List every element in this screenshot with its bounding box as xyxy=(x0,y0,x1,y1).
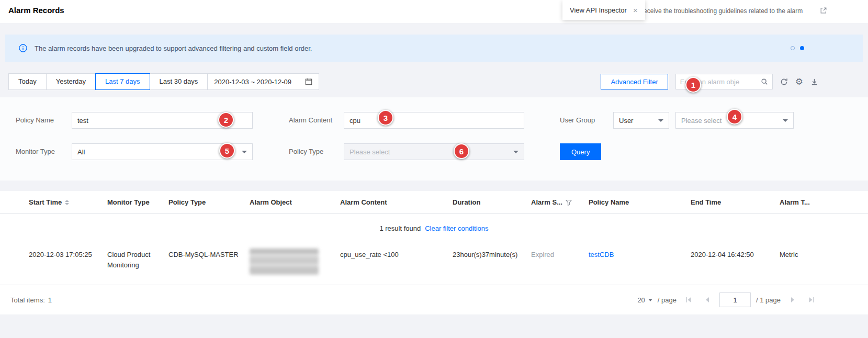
pagination-first-icon[interactable] xyxy=(682,293,695,307)
info-icon xyxy=(19,44,27,52)
top-bar: Alarm Records View API Inspector × eceiv… xyxy=(0,0,868,23)
alarm-content-label: Alarm Content xyxy=(289,112,332,129)
chevron-down-icon xyxy=(658,119,663,122)
column-policy-name: Policy Name xyxy=(589,198,691,206)
result-summary-bar: 1 result found Clear filter conditions xyxy=(0,214,868,242)
policy-type-select[interactable]: Please select xyxy=(344,143,524,160)
annotation-badge-3: 3 xyxy=(378,110,393,126)
table-footer: Total items: 1 20 / page / 1 page xyxy=(0,285,868,314)
page-title: Alarm Records xyxy=(8,6,64,15)
cell-alarm-type: Metric xyxy=(780,250,816,260)
page-number-input[interactable] xyxy=(719,292,751,307)
chevron-down-icon xyxy=(513,151,518,153)
close-icon[interactable]: × xyxy=(633,6,638,15)
chevron-down-icon xyxy=(783,119,788,122)
tab-yesterday[interactable]: Yesterday xyxy=(46,73,96,90)
table-toolbar: Advanced Filter ⚙ xyxy=(601,74,818,89)
cell-monitor-type: Cloud Product Monitoring xyxy=(107,250,168,270)
cell-policy-type: CDB-MySQL-MASTER xyxy=(168,250,250,260)
filter-row-2: Monitor Type All Policy Type Please sele… xyxy=(0,143,868,160)
settings-gear-icon[interactable]: ⚙ xyxy=(795,77,803,86)
download-icon[interactable] xyxy=(810,78,818,86)
date-filter-row: Today Yesterday Last 7 days Last 30 days… xyxy=(8,73,868,90)
column-start-time: Start Time xyxy=(29,198,107,206)
policy-type-placeholder: Please select xyxy=(350,148,390,156)
pagination-next-icon[interactable] xyxy=(786,293,799,307)
alarm-object-redacted xyxy=(250,249,319,275)
alarm-content-input[interactable] xyxy=(344,112,524,129)
annotation-badge-5: 5 xyxy=(219,143,235,159)
tab-last-7-days[interactable]: Last 7 days xyxy=(95,73,150,90)
cell-alarm-object xyxy=(250,250,340,275)
cell-alarm-content: cpu_use_rate <100 xyxy=(340,250,453,260)
column-end-time: End Time xyxy=(691,198,780,206)
annotation-badge-6: 6 xyxy=(454,143,469,159)
monitor-type-value: All xyxy=(77,148,85,156)
user-group-select-value: Please select xyxy=(681,117,722,125)
monitor-type-label: Monitor Type xyxy=(16,143,55,160)
carousel-dot-2[interactable] xyxy=(800,46,804,50)
cell-end-time: 2020-12-04 16:42:50 xyxy=(691,250,780,260)
table-row[interactable]: 2020-12-03 17:05:25 Cloud Product Monito… xyxy=(0,242,868,285)
result-count: 1 result found xyxy=(379,224,421,232)
column-monitor-type: Monitor Type xyxy=(107,198,168,206)
chevron-down-icon xyxy=(648,299,652,301)
date-range-tabs: Today Yesterday Last 7 days Last 30 days… xyxy=(8,73,319,90)
pagination: 20 / page / 1 page xyxy=(637,292,818,307)
refresh-icon[interactable] xyxy=(780,78,788,86)
date-range-picker[interactable]: 2020-12-03 ~ 2020-12-09 xyxy=(207,73,319,90)
troubleshooting-note: eceive the troubleshooting guidelines re… xyxy=(644,7,816,15)
total-items-label: Total items: xyxy=(10,296,45,304)
column-duration: Duration xyxy=(453,198,531,206)
query-button[interactable]: Query xyxy=(560,143,601,160)
cell-duration: 23hour(s)37minute(s) xyxy=(453,250,531,260)
cell-alarm-status: Expired xyxy=(531,250,589,260)
column-alarm-type: Alarm T... xyxy=(780,198,816,206)
policy-name-label: Policy Name xyxy=(16,112,54,129)
total-items-value: 1 xyxy=(48,296,52,304)
annotation-badge-1: 1 xyxy=(685,77,701,93)
external-link-icon[interactable] xyxy=(820,7,827,14)
page-count-label: / 1 page xyxy=(756,296,781,304)
column-alarm-status: Alarm S... xyxy=(531,198,589,206)
pagination-last-icon[interactable] xyxy=(805,293,818,307)
column-policy-type: Policy Type xyxy=(168,198,250,206)
api-inspector-label[interactable]: View API Inspector xyxy=(570,6,627,14)
policy-type-label: Policy Type xyxy=(289,143,323,160)
filter-funnel-icon[interactable] xyxy=(566,199,572,206)
policy-name-link[interactable]: testCDB xyxy=(589,251,614,258)
upgrade-banner: The alarm records have been upgraded to … xyxy=(5,35,863,62)
clear-filter-link[interactable]: Clear filter conditions xyxy=(425,224,488,232)
per-page-label: / page xyxy=(658,296,677,304)
date-range-text: 2020-12-03 ~ 2020-12-09 xyxy=(214,78,291,86)
user-group-type-select[interactable]: User xyxy=(613,112,669,129)
chevron-down-icon xyxy=(242,151,247,153)
banner-carousel-dots xyxy=(791,46,804,50)
pagination-prev-icon[interactable] xyxy=(701,293,714,307)
annotation-badge-2: 2 xyxy=(218,112,234,128)
table-header-row: Start Time Monitor Type Policy Type Alar… xyxy=(0,191,868,214)
user-group-label: User Group xyxy=(560,112,595,129)
total-items: Total items: 1 xyxy=(10,296,52,304)
cell-start-time: 2020-12-03 17:05:25 xyxy=(29,250,107,260)
column-alarm-content: Alarm Content xyxy=(340,198,453,206)
page-size-value: 20 xyxy=(637,296,645,304)
page-size-select[interactable]: 20 xyxy=(637,296,652,304)
sort-icon[interactable] xyxy=(65,200,69,205)
tab-last-30-days[interactable]: Last 30 days xyxy=(150,73,208,90)
annotation-badge-4: 4 xyxy=(727,109,742,125)
advanced-filter-button[interactable]: Advanced Filter xyxy=(601,74,668,89)
api-inspector-popup[interactable]: View API Inspector × xyxy=(562,0,645,20)
alarm-records-table: Start Time Monitor Type Policy Type Alar… xyxy=(0,191,868,314)
user-group-type-value: User xyxy=(619,117,633,125)
search-icon[interactable] xyxy=(761,78,768,85)
carousel-dot-1[interactable] xyxy=(791,46,795,50)
column-alarm-object: Alarm Object xyxy=(250,198,340,206)
banner-text: The alarm records have been upgraded to … xyxy=(35,44,312,52)
calendar-icon xyxy=(305,78,312,85)
tab-today[interactable]: Today xyxy=(8,73,47,90)
